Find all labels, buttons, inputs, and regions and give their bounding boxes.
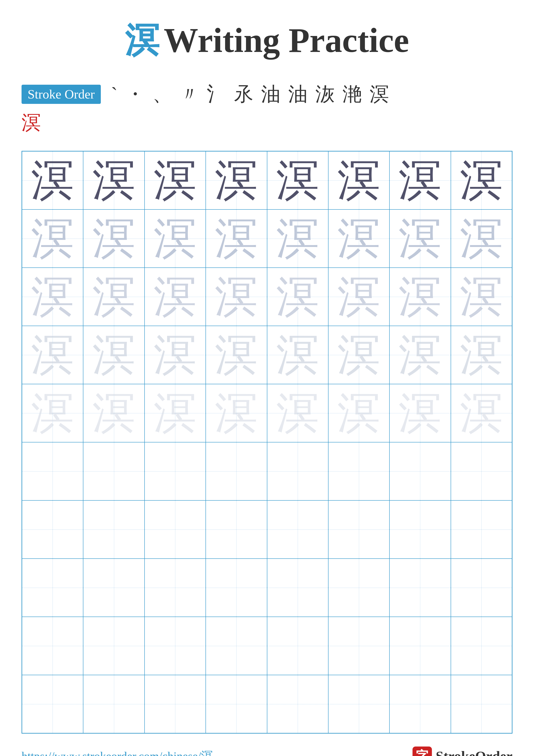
cell-r3c1: 溟 <box>22 268 83 326</box>
footer-logo-icon: 字 <box>413 746 432 756</box>
cell-r8c7[interactable] <box>390 558 451 617</box>
title-section: 溟Writing Practice <box>21 17 513 64</box>
cell-r9c5[interactable] <box>267 617 328 675</box>
cell-r10c5[interactable] <box>267 675 328 733</box>
cell-r2c4: 溟 <box>206 209 267 268</box>
cell-r3c7: 溟 <box>390 268 451 326</box>
cell-r8c5[interactable] <box>267 558 328 617</box>
char-r2c1: 溟 <box>31 217 74 260</box>
cell-r7c5[interactable] <box>267 500 328 558</box>
cell-r6c8[interactable] <box>451 442 512 500</box>
cell-r9c7[interactable] <box>390 617 451 675</box>
cell-r1c2: 溟 <box>83 151 144 209</box>
cell-r1c4: 溟 <box>206 151 267 209</box>
cell-r6c2[interactable] <box>83 442 144 500</box>
char-r4c4: 溟 <box>215 334 258 376</box>
cell-r9c8[interactable] <box>451 617 512 675</box>
char-r4c3: 溟 <box>154 334 197 376</box>
cell-r4c5: 溟 <box>267 326 328 384</box>
cell-r3c2: 溟 <box>83 268 144 326</box>
cell-r10c6[interactable] <box>328 675 390 733</box>
cell-r1c5: 溟 <box>267 151 328 209</box>
char-r5c2: 溟 <box>92 392 136 435</box>
cell-r10c3[interactable] <box>144 675 206 733</box>
cell-r7c8[interactable] <box>451 500 512 558</box>
cell-r9c1[interactable] <box>22 617 83 675</box>
cell-r6c4[interactable] <box>206 442 267 500</box>
cell-r10c4[interactable] <box>206 675 267 733</box>
char-r2c2: 溟 <box>92 217 136 260</box>
cell-r10c8[interactable] <box>451 675 512 733</box>
char-r5c4: 溟 <box>215 392 258 435</box>
cell-r2c6: 溟 <box>328 209 390 268</box>
char-r5c6: 溟 <box>337 392 380 435</box>
cell-r10c1[interactable] <box>22 675 83 733</box>
cell-r3c3: 溟 <box>144 268 206 326</box>
cell-r8c4[interactable] <box>206 558 267 617</box>
cell-r4c1: 溟 <box>22 326 83 384</box>
cell-r4c3: 溟 <box>144 326 206 384</box>
cell-r1c1: 溟 <box>22 151 83 209</box>
cell-r4c6: 溟 <box>328 326 390 384</box>
footer-logo-text: StrokeOrder <box>436 748 513 756</box>
cell-r2c8: 溟 <box>451 209 512 268</box>
char-r5c8: 溟 <box>460 392 503 435</box>
cell-r3c8: 溟 <box>451 268 512 326</box>
cell-r5c7: 溟 <box>390 384 451 442</box>
cell-r10c2[interactable] <box>83 675 144 733</box>
cell-r6c6[interactable] <box>328 442 390 500</box>
cell-r8c2[interactable] <box>83 558 144 617</box>
char-r2c5: 溟 <box>276 217 319 260</box>
stroke-10: 滟 <box>343 81 362 107</box>
cell-r7c6[interactable] <box>328 500 390 558</box>
stroke-order-section: Stroke Order ` ・ 、 〃 氵 氶 油 油 洃 滟 溟 溟 <box>21 81 513 136</box>
char-r2c6: 溟 <box>337 217 380 260</box>
stroke-7: 油 <box>261 81 280 107</box>
cell-r9c4[interactable] <box>206 617 267 675</box>
cell-r7c4[interactable] <box>206 500 267 558</box>
cell-r9c6[interactable] <box>328 617 390 675</box>
char-r2c7: 溟 <box>398 217 442 260</box>
footer: https://www.strokeorder.com/chinese/溟 字 … <box>21 734 513 756</box>
stroke-3: 、 <box>153 81 172 107</box>
cell-r5c6: 溟 <box>328 384 390 442</box>
cell-r1c7: 溟 <box>390 151 451 209</box>
footer-url[interactable]: https://www.strokeorder.com/chinese/溟 <box>21 748 213 756</box>
stroke-4: 〃 <box>180 81 199 107</box>
char-r3c1: 溟 <box>31 275 74 318</box>
cell-r8c1[interactable] <box>22 558 83 617</box>
cell-r6c7[interactable] <box>390 442 451 500</box>
char-r2c3: 溟 <box>154 217 197 260</box>
cell-r8c8[interactable] <box>451 558 512 617</box>
cell-r4c8: 溟 <box>451 326 512 384</box>
char-r4c2: 溟 <box>92 334 136 376</box>
cell-r7c2[interactable] <box>83 500 144 558</box>
cell-r9c3[interactable] <box>144 617 206 675</box>
cell-r6c1[interactable] <box>22 442 83 500</box>
stroke-8: 油 <box>288 81 308 107</box>
cell-r5c5: 溟 <box>267 384 328 442</box>
cell-r5c1: 溟 <box>22 384 83 442</box>
cell-r10c7[interactable] <box>390 675 451 733</box>
char-r1c7: 溟 <box>398 159 442 202</box>
char-r3c4: 溟 <box>215 275 258 318</box>
footer-logo: 字 StrokeOrder <box>413 746 513 756</box>
char-r3c2: 溟 <box>92 275 136 318</box>
cell-r4c7: 溟 <box>390 326 451 384</box>
cell-r5c4: 溟 <box>206 384 267 442</box>
char-r4c6: 溟 <box>337 334 380 376</box>
cell-r3c4: 溟 <box>206 268 267 326</box>
char-r1c8: 溟 <box>460 159 503 202</box>
cell-r7c7[interactable] <box>390 500 451 558</box>
cell-r7c1[interactable] <box>22 500 83 558</box>
cell-r6c5[interactable] <box>267 442 328 500</box>
cell-r8c6[interactable] <box>328 558 390 617</box>
cell-r3c5: 溟 <box>267 268 328 326</box>
cell-r6c3[interactable] <box>144 442 206 500</box>
cell-r4c2: 溟 <box>83 326 144 384</box>
practice-grid: 溟 溟 溟 溟 溟 溟 溟 溟 溟 溟 溟 溟 溟 溟 溟 溟 溟 溟 溟 溟 … <box>21 151 513 734</box>
cell-r8c3[interactable] <box>144 558 206 617</box>
cell-r3c6: 溟 <box>328 268 390 326</box>
cell-r7c3[interactable] <box>144 500 206 558</box>
cell-r9c2[interactable] <box>83 617 144 675</box>
